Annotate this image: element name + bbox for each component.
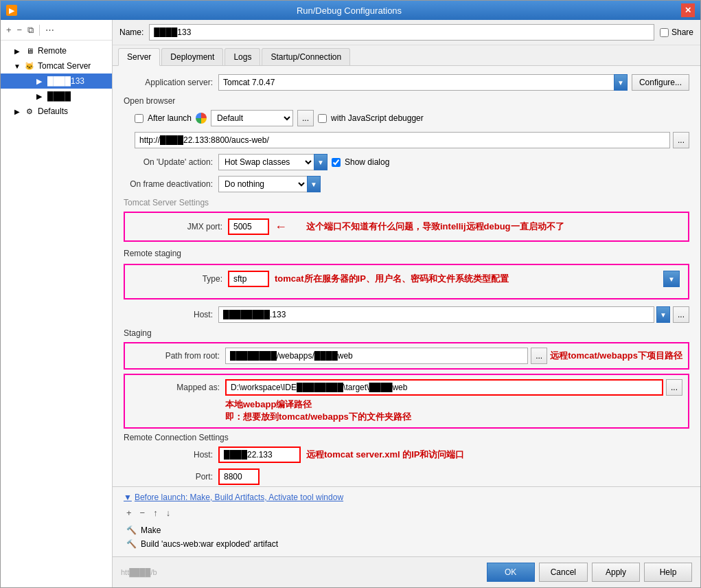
build-icon: 🔨 — [126, 539, 137, 549]
toolbar-separator — [39, 25, 40, 36]
conn-port-label: Port: — [124, 472, 213, 482]
path-root-ellipsis-btn[interactable]: ... — [531, 348, 547, 364]
app-server-input[interactable] — [218, 74, 614, 91]
app-server-dropdown-btn[interactable]: ▼ — [614, 74, 628, 91]
config1-label: ████133 — [47, 76, 84, 86]
bottom-bar: htt████/b OK Cancel Apply Help — [113, 556, 700, 587]
remote-conn-label: Remote Connection Settings — [124, 433, 689, 442]
mapped-as-input[interactable] — [225, 379, 663, 396]
defaults-label: Defaults — [38, 106, 68, 116]
staging-label: Staging — [124, 328, 689, 338]
mapped-as-row: Mapped as: ... — [130, 379, 682, 396]
staging-subsection: Staging — [124, 328, 689, 338]
remove-config-button[interactable]: − — [16, 23, 24, 36]
after-launch-label: After launch — [148, 113, 192, 123]
ok-button[interactable]: OK — [487, 563, 535, 582]
on-frame-row: On frame deactivation: Do nothing Hot Sw… — [124, 176, 689, 192]
cancel-button[interactable]: Cancel — [539, 563, 588, 582]
share-checkbox[interactable] — [660, 28, 669, 37]
before-launch-add-btn[interactable]: + — [124, 506, 135, 519]
make-icon: 🔨 — [126, 525, 137, 535]
url-row: ... — [124, 132, 689, 148]
more-config-button[interactable]: ⋯ — [44, 23, 56, 36]
conn-host-row: Host: 远程tomcat server.xml 的IP和访问端口 — [124, 446, 689, 463]
on-update-label: On 'Update' action: — [124, 157, 213, 167]
host-row: Host: ▼ ... — [124, 306, 689, 323]
type-dropdown-btn[interactable]: ▼ — [663, 271, 680, 287]
help-button[interactable]: Help — [644, 563, 692, 582]
sidebar-item-config2[interactable]: ▶ ████ — [1, 89, 112, 104]
tab-deployment[interactable]: Deployment — [161, 48, 223, 65]
browser-options-row: After launch Default ... with JavaScript… — [124, 110, 689, 126]
host-dropdown-btn[interactable]: ▼ — [656, 306, 670, 323]
type-annotation-text: tomcat所在服务器的IP、用户名、密码和文件系统类型配置 — [275, 273, 509, 285]
on-frame-select[interactable]: Do nothing Hot Swap classes — [218, 176, 308, 192]
sidebar-toolbar: + − ⧉ ⋯ — [1, 20, 112, 41]
add-config-button[interactable]: + — [5, 23, 13, 36]
sidebar-item-config1[interactable]: ▶ ████133 — [1, 74, 112, 89]
before-launch-up-btn[interactable]: ↑ — [150, 506, 161, 519]
tab-server[interactable]: Server — [118, 48, 160, 66]
window-title: Run/Debug Configurations — [17, 5, 681, 16]
conn-host-input[interactable] — [218, 446, 301, 463]
sidebar-item-remote[interactable]: ▶ 🖥 Remote — [1, 43, 112, 58]
jmx-port-label: JMX port: — [133, 222, 222, 231]
path-annotation: 远程tomcat/webapps下项目路径 — [550, 350, 682, 362]
mapped-annotation-2: 即：想要放到tomcat/webapps下的文件夹路径 — [225, 411, 682, 423]
conn-annotation: 远程tomcat server.xml 的IP和访问端口 — [306, 449, 464, 461]
browser-ellipsis-btn[interactable]: ... — [297, 110, 314, 126]
chrome-icon — [196, 113, 207, 124]
jmx-row: JMX port: ← 这个端口不知道有什么问题，导致intellij远程deb… — [133, 218, 680, 235]
app-server-row: Application server: ▼ Configure... — [124, 74, 689, 91]
path-root-input[interactable] — [225, 348, 528, 364]
jmx-section: JMX port: ← 这个端口不知道有什么问题，导致intellij远程deb… — [124, 212, 689, 242]
path-root-label: Path from root: — [130, 351, 220, 361]
js-debugger-label: with JavaScript debugger — [331, 113, 424, 123]
jmx-port-input[interactable] — [228, 218, 269, 235]
tomcat-server-label: Tomcat Server — [38, 61, 91, 71]
before-launch-title[interactable]: ▼ Before launch: Make, Build Artifacts, … — [124, 493, 689, 502]
tab-logs[interactable]: Logs — [225, 48, 260, 65]
on-frame-dropdown-btn[interactable]: ▼ — [307, 176, 321, 192]
configure-button[interactable]: Configure... — [632, 74, 689, 91]
copy-config-button[interactable]: ⧉ — [26, 23, 35, 37]
before-launch-make-item: 🔨 Make — [124, 523, 689, 537]
sidebar-item-tomcat-server[interactable]: ▼ 🐱 Tomcat Server — [1, 58, 112, 74]
browser-select[interactable]: Default — [211, 110, 293, 126]
tab-startup-connection[interactable]: Startup/Connection — [262, 48, 350, 65]
on-update-dropdown-btn[interactable]: ▼ — [314, 154, 327, 170]
on-update-select[interactable]: Hot Swap classes Do nothing — [218, 154, 314, 170]
url-input[interactable] — [135, 132, 670, 148]
before-launch-triangle: ▼ — [124, 493, 132, 502]
close-button[interactable]: ✕ — [681, 3, 695, 17]
expand-icon-defaults: ▶ — [13, 108, 21, 115]
conn-port-row: Port: — [124, 468, 689, 485]
show-dialog-checkbox[interactable] — [332, 158, 341, 167]
title-bar: ▶ Run/Debug Configurations ✕ — [1, 1, 700, 20]
before-launch-build-item: 🔨 Build 'aucs-web:war exploded' artifact — [124, 537, 689, 551]
sidebar-tree: ▶ 🖥 Remote ▼ 🐱 Tomcat Server ▶ ████133 — [1, 41, 112, 587]
remote-icon: 🖥 — [24, 45, 35, 56]
run-debug-configurations-dialog: ▶ Run/Debug Configurations ✕ + − ⧉ ⋯ ▶ 🖥… — [0, 0, 701, 588]
apply-button[interactable]: Apply — [592, 563, 640, 582]
host-input[interactable] — [218, 306, 654, 323]
mapped-ellipsis-btn[interactable]: ... — [666, 379, 682, 396]
sidebar-item-defaults[interactable]: ▶ ⚙ Defaults — [1, 104, 112, 119]
type-input[interactable] — [228, 271, 269, 287]
before-launch-down-btn[interactable]: ↓ — [163, 506, 174, 519]
tomcat-settings-section: Tomcat Server Settings — [124, 198, 689, 207]
show-dialog-label: Show dialog — [345, 157, 389, 167]
before-launch-remove-btn[interactable]: − — [137, 506, 148, 519]
make-label: Make — [141, 525, 161, 535]
remote-label: Remote — [38, 46, 67, 56]
before-launch-toolbar: + − ↑ ↓ — [124, 506, 689, 519]
config1-icon: ▶ — [34, 76, 45, 87]
mapped-annotation-1: 本地webapp编译路径 — [225, 398, 682, 411]
url-ellipsis-btn[interactable]: ... — [673, 132, 689, 148]
after-launch-checkbox[interactable] — [135, 114, 143, 123]
js-debugger-checkbox[interactable] — [318, 114, 327, 123]
right-panel: Name: Share Server Deployment Logs Start… — [113, 20, 700, 587]
name-input[interactable] — [149, 24, 654, 41]
conn-port-input[interactable] — [218, 468, 260, 485]
host-ellipsis-btn[interactable]: ... — [673, 306, 689, 323]
